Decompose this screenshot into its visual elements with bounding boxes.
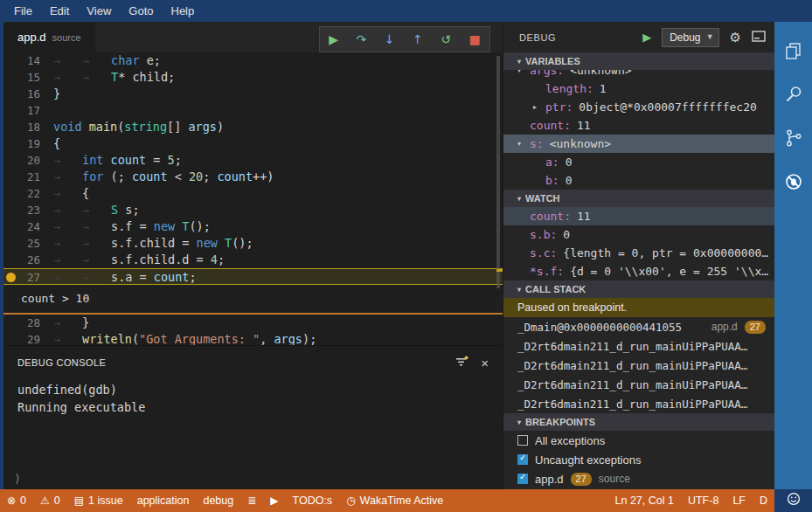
code-line-22[interactable]: 22→{: [3, 185, 503, 202]
paused-message: Paused on breakpoint.: [503, 298, 774, 317]
code-line-23[interactable]: 23→→S s;: [3, 202, 503, 218]
breakpoint-item-0[interactable]: All exceptions: [503, 431, 774, 450]
tab-kind: source: [52, 32, 81, 43]
frame-file: app.d: [711, 321, 738, 333]
variable-row-a[interactable]: a:0: [503, 153, 774, 171]
watch-section-title: WATCH: [525, 193, 560, 204]
status-label: WakaTime Active: [360, 489, 444, 512]
stack-frame-1[interactable]: _D2rt6dmain211_d_run_mainUiPPaPUAA…: [503, 336, 774, 356]
filter-icon[interactable]: [455, 355, 468, 370]
variable-row-sf[interactable]: *s.f:{d = 0 '\\x00', e = 255 '\\x…: [503, 262, 774, 280]
code-line-18[interactable]: 18void main(string[] args): [3, 119, 503, 135]
code-line-21[interactable]: 21→for (; count < 20; count++): [3, 169, 503, 185]
code-line-15[interactable]: 15→→T* child;: [3, 69, 503, 86]
step-over-button[interactable]: ↷: [357, 33, 367, 45]
variable-row-count[interactable]: count:11: [503, 116, 774, 135]
status-warning[interactable]: ⚠0: [33, 489, 67, 512]
debug-config-dropdown[interactable]: Debug ▼: [662, 28, 718, 47]
status-eol[interactable]: LF: [725, 489, 753, 512]
variable-row-b[interactable]: b:0: [503, 171, 774, 190]
variable-name: s:: [530, 135, 544, 153]
variable-value: 0: [566, 171, 573, 190]
stack-frame-2[interactable]: _D2rt6dmain211_d_run_mainUiPPaPUAA…: [503, 356, 774, 375]
menu-file[interactable]: File: [5, 0, 41, 22]
status-todo-s[interactable]: TODO:s: [286, 489, 340, 512]
status-output[interactable]: ≣: [240, 489, 263, 512]
variable-name: count:: [530, 116, 571, 135]
variable-row-args[interactable]: ▾args:<unknown>: [503, 70, 774, 80]
line-number: 28: [3, 315, 53, 331]
tab-app-d[interactable]: app.d source: [3, 22, 95, 52]
status-cursor-position[interactable]: Ln 27, Col 1: [608, 489, 681, 512]
menu-view[interactable]: View: [78, 0, 120, 22]
menu-edit[interactable]: Edit: [41, 0, 78, 22]
variables-section-header[interactable]: ▾ VARIABLES: [503, 52, 774, 70]
gear-icon[interactable]: ⚙: [730, 31, 741, 44]
checkbox[interactable]: [517, 474, 528, 484]
line-number: 16: [3, 86, 53, 102]
feedback-corner[interactable]: [774, 489, 812, 512]
checkbox[interactable]: [517, 454, 528, 465]
code-line-25[interactable]: 25→→s.f.child = new T();: [3, 235, 503, 252]
checkbox[interactable]: [517, 435, 528, 446]
code-line-24[interactable]: 24→→s.f = new T();: [3, 218, 503, 235]
status-application[interactable]: application: [130, 489, 197, 512]
line-number: 25: [3, 235, 53, 252]
status-language-mode[interactable]: D: [753, 489, 774, 512]
code-line-14[interactable]: 14→→char e;: [3, 52, 503, 69]
status-encoding[interactable]: UTF-8: [681, 489, 725, 512]
step-out-button[interactable]: ↑: [413, 33, 423, 45]
breakpoints-section-header[interactable]: ▾ BREAKPOINTS: [503, 413, 774, 431]
variable-row-ptr[interactable]: ▸ptr:0bject@*0x00007fffffffec20: [503, 98, 774, 116]
step-into-button[interactable]: ↓: [385, 33, 395, 45]
debug-icon[interactable]: [784, 172, 803, 191]
status-error[interactable]: ⊗0: [0, 489, 33, 512]
code-line-28[interactable]: 28→}: [3, 315, 503, 331]
section-expanded-icon: ▾: [517, 58, 521, 66]
status-bar: ⊗0⚠0▤1 issueapplicationdebug≣▶TODO:s◷Wak…: [0, 489, 774, 512]
files-icon[interactable]: [784, 41, 803, 60]
status-run[interactable]: ▶: [263, 489, 285, 512]
code-line-26[interactable]: 26→→s.f.child.d = 4;: [3, 252, 503, 268]
continue-button[interactable]: ▶: [329, 33, 338, 45]
open-console-icon[interactable]: [752, 30, 766, 45]
code-line-20[interactable]: 20→int count = 5;: [3, 152, 503, 169]
status-issues[interactable]: ▤1 issue: [67, 489, 130, 512]
source-control-icon[interactable]: [784, 128, 803, 148]
variable-row-length[interactable]: length:1: [503, 80, 774, 98]
stack-frame-3[interactable]: _D2rt6dmain211_d_run_mainUiPPaPUAA…: [503, 375, 774, 394]
expanded-arrow-icon[interactable]: ▾: [517, 70, 521, 80]
editor-scrollbar[interactable]: [496, 56, 500, 288]
variable-row-sc[interactable]: s.c:{length = 0, ptr = 0x00000000…: [503, 244, 774, 262]
stop-button[interactable]: ■: [468, 33, 480, 45]
expanded-arrow-icon[interactable]: ▾: [517, 135, 521, 153]
console-prompt[interactable]: ⟩: [14, 472, 21, 485]
start-debug-icon[interactable]: ▶: [642, 31, 651, 44]
status-clock[interactable]: ◷WakaTime Active: [339, 489, 450, 512]
stack-frame-0[interactable]: _Dmain@0x0000000000441055app.d27: [503, 317, 774, 336]
stack-frame-4[interactable]: _D2rt6dmain211_d_run_mainUiPPaPUAA…: [503, 394, 774, 413]
breakpoint-dot[interactable]: [6, 273, 16, 282]
section-expanded-icon: ▾: [517, 286, 521, 294]
code-line-27[interactable]: 27→→s.a = count;: [3, 268, 503, 285]
collapsed-arrow-icon[interactable]: ▸: [533, 98, 537, 116]
code-line-17[interactable]: 17: [3, 102, 503, 119]
callstack-section-header[interactable]: ▾ CALL STACK: [503, 280, 774, 298]
code-line-16[interactable]: 16}: [3, 86, 503, 102]
breakpoint-item-1[interactable]: Uncaught exceptions: [503, 450, 774, 469]
menu-goto[interactable]: Goto: [120, 0, 162, 22]
variable-value: 11: [577, 207, 591, 225]
search-icon[interactable]: [784, 85, 803, 104]
line-number: 14: [3, 52, 53, 69]
close-icon[interactable]: ×: [481, 356, 489, 370]
restart-button[interactable]: ↺: [441, 33, 451, 45]
status-debug[interactable]: debug: [196, 489, 240, 512]
code-line-19[interactable]: 19{: [3, 135, 503, 152]
watch-section-header[interactable]: ▾ WATCH: [503, 190, 774, 207]
variable-row-s[interactable]: ▾s:<unknown>: [503, 135, 774, 153]
breakpoint-condition-widget[interactable]: count > 10: [3, 285, 503, 315]
menu-help[interactable]: Help: [163, 0, 204, 22]
variable-row-sb[interactable]: s.b:0: [503, 225, 774, 244]
variable-row-count[interactable]: count:11: [503, 207, 774, 225]
breakpoint-item-2[interactable]: app.d27source: [503, 469, 774, 488]
